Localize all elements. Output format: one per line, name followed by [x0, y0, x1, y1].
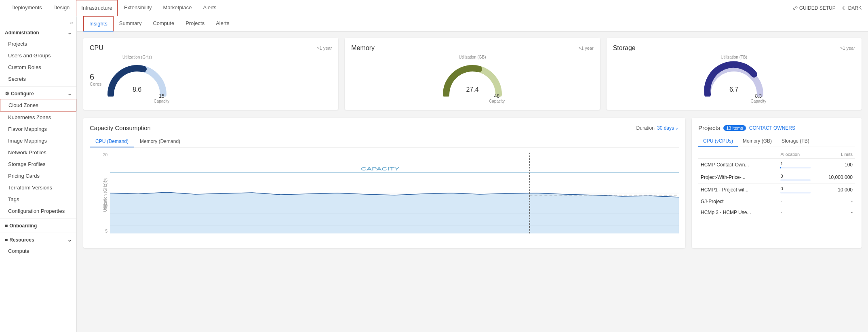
projects-count-badge: 13 items — [723, 125, 746, 131]
cpu-metric-body: 6 Cores Utilization (GHz) 8.6 — [90, 55, 332, 103]
top-nav-right: ☍ GUIDED SETUP ☾ DARK — [793, 5, 862, 11]
dark-mode-toggle[interactable]: ☾ DARK — [842, 5, 862, 11]
projects-tab-cpu[interactable]: CPU (vCPUs) — [698, 136, 738, 147]
sidebar-section-resources[interactable]: ■ Resources ⌄ — [0, 235, 76, 245]
storage-gauge: Utilization (TB) 6.7 8.3 Capacity — [702, 55, 766, 103]
storage-unit-label: Utilization (TB) — [721, 55, 748, 59]
nav-extensibility[interactable]: Extensibility — [119, 0, 157, 16]
guided-setup-button[interactable]: ☍ GUIDED SETUP — [793, 5, 836, 11]
project-allocation-cell: 1 — [778, 159, 813, 171]
table-row: GJ-Project-- — [698, 196, 855, 207]
chevron-down-icon: ⌄ — [67, 30, 72, 36]
nav-alerts[interactable]: Alerts — [198, 0, 221, 16]
guided-setup-label: GUIDED SETUP — [799, 5, 836, 11]
memory-gauge-svg: 27.4 — [440, 60, 505, 97]
project-name-cell: HCMp 3 - HCMP Use... — [698, 207, 778, 218]
sidebar-collapse-button[interactable]: « — [70, 19, 73, 26]
storage-gauge-labels: 8.3 Capacity — [702, 93, 766, 103]
cpu-title: CPU — [90, 44, 103, 52]
sidebar-item-compute[interactable]: Compute — [0, 245, 76, 257]
cpu-cores-block: 6 Cores — [90, 72, 101, 86]
projects-panel-title: Projects — [698, 124, 720, 131]
sidebar-item-projects[interactable]: Projects — [0, 38, 76, 50]
nav-infrastructure[interactable]: Infrastructure — [76, 0, 118, 16]
project-name-cell: Project-With-Price-... — [698, 171, 778, 184]
memory-gauge: Utilization (GB) 27.4 48 Capacity — [440, 55, 505, 103]
sub-nav-compute[interactable]: Compute — [147, 16, 180, 32]
svg-text:CAPACITY: CAPACITY — [361, 166, 400, 171]
guided-setup-icon: ☍ — [793, 5, 798, 11]
bottom-section: Capacity Consumption Duration 30 days ⌄ … — [83, 118, 862, 248]
y-label-15: 15 — [103, 178, 107, 183]
sidebar-item-secrets[interactable]: Secrets — [0, 73, 76, 85]
sidebar-item-tags[interactable]: Tags — [0, 193, 76, 205]
sub-nav-summary[interactable]: Summary — [114, 16, 147, 32]
chart-tab-cpu-demand[interactable]: CPU (Demand) — [90, 136, 134, 147]
svg-text:6.7: 6.7 — [729, 86, 738, 93]
project-allocation-cell: - — [778, 196, 813, 207]
table-row: HCMP-Contact-Own...1 100 — [698, 159, 855, 171]
cpu-gauge-svg: 8.6 — [105, 60, 169, 97]
contact-owners-button[interactable]: CONTACT OWNERS — [749, 125, 795, 131]
sidebar: « Administration ⌄ Projects Users and Gr… — [0, 16, 77, 332]
sidebar-item-terraform-versions[interactable]: Terraform Versions — [0, 182, 76, 193]
sidebar-item-kubernetes-zones[interactable]: Kubernetes Zones — [0, 111, 76, 123]
table-row: HCMP1 - Project wit...0 10,000 — [698, 184, 855, 196]
sub-nav-alerts[interactable]: Alerts — [210, 16, 235, 32]
cpu-metric-card: CPU >1 year 6 Cores Utilization (GHz) — [83, 38, 338, 110]
main-content: Insights Summary Compute Projects Alerts… — [77, 16, 868, 332]
project-name-cell: HCMP1 - Project wit... — [698, 184, 778, 196]
memory-unit-label: Utilization (GB) — [459, 55, 486, 59]
sidebar-item-storage-profiles[interactable]: Storage Profiles — [0, 158, 76, 170]
col-allocation: Allocation — [778, 150, 813, 159]
chart-tab-memory-demand[interactable]: Memory (Demand) — [134, 136, 186, 147]
memory-capacity-value: 48 — [494, 93, 499, 99]
sidebar-section-configure[interactable]: ⚙ Configure ⌄ — [0, 88, 76, 99]
sidebar-section-administration[interactable]: Administration ⌄ — [0, 27, 76, 38]
sidebar-section-onboarding[interactable]: ■ Onboarding — [0, 221, 76, 231]
nav-marketplace[interactable]: Marketplace — [158, 0, 197, 16]
project-limits-cell: 10,000 — [813, 184, 855, 196]
moon-icon: ☾ — [842, 5, 847, 11]
sidebar-item-custom-roles[interactable]: Custom Roles — [0, 61, 76, 73]
sidebar-item-cloud-zones[interactable]: Cloud Zones — [0, 99, 76, 111]
cpu-unit-label: Utilization (GHz) — [122, 55, 152, 59]
chevron-down-icon-duration: ⌄ — [675, 125, 679, 131]
svg-marker-10 — [110, 192, 679, 233]
sidebar-item-image-mappings[interactable]: Image Mappings — [0, 135, 76, 147]
memory-metric-body: Utilization (GB) 27.4 48 Capacity — [351, 55, 593, 103]
capacity-header: Capacity Consumption Duration 30 days ⌄ — [90, 124, 679, 131]
projects-tab-storage[interactable]: Storage (TB) — [777, 136, 814, 147]
sub-navigation: Insights Summary Compute Projects Alerts — [77, 16, 868, 32]
duration-value[interactable]: 30 days ⌄ — [657, 125, 679, 131]
project-allocation-cell: 0 — [778, 171, 813, 184]
projects-tab-memory[interactable]: Memory (GB) — [738, 136, 777, 147]
storage-time: >1 year — [840, 46, 855, 50]
sidebar-item-network-profiles[interactable]: Network Profiles — [0, 147, 76, 158]
duration-label: Duration — [636, 125, 655, 131]
memory-card-header: Memory >1 year — [351, 44, 593, 52]
chart-area: 20 15 10 5 Utilization (GHz) — [90, 153, 679, 242]
sidebar-item-flavor-mappings[interactable]: Flavor Mappings — [0, 123, 76, 135]
sub-nav-projects[interactable]: Projects — [180, 16, 210, 32]
sidebar-item-users-groups[interactable]: Users and Groups — [0, 50, 76, 61]
col-limits: Limits — [813, 150, 855, 159]
main-layout: « Administration ⌄ Projects Users and Gr… — [0, 16, 868, 332]
storage-gauge-svg: 6.7 — [702, 60, 766, 97]
resources-icon: ■ — [5, 237, 8, 243]
sidebar-item-pricing-cards[interactable]: Pricing Cards — [0, 170, 76, 182]
col-name — [698, 150, 778, 159]
project-limits-cell: 100 — [813, 159, 855, 171]
cpu-cores-label: Cores — [90, 82, 101, 86]
nav-deployments[interactable]: Deployments — [6, 0, 47, 16]
project-name-cell: HCMP-Contact-Own... — [698, 159, 778, 171]
nav-design[interactable]: Design — [48, 0, 74, 16]
chevron-down-icon-resources: ⌄ — [67, 237, 72, 243]
cpu-time: >1 year — [317, 46, 332, 50]
project-allocation-cell: 0 — [778, 184, 813, 196]
sidebar-item-configuration-properties[interactable]: Configuration Properties — [0, 205, 76, 217]
divider-1 — [0, 86, 76, 87]
sub-nav-insights[interactable]: Insights — [83, 16, 114, 32]
svg-text:27.4: 27.4 — [466, 86, 478, 93]
svg-text:8.6: 8.6 — [133, 86, 141, 93]
